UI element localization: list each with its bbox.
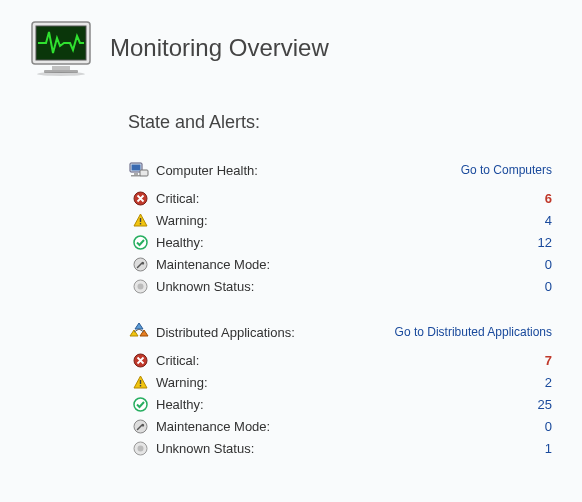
row-label: Critical: xyxy=(156,353,472,368)
page-title: Monitoring Overview xyxy=(110,34,329,62)
svg-rect-13 xyxy=(139,223,140,225)
group-label: Computer Health: xyxy=(156,163,461,178)
row-critical: Critical: 6 xyxy=(128,187,552,209)
warning-icon xyxy=(132,212,148,228)
svg-rect-6 xyxy=(132,165,141,171)
unknown-icon xyxy=(132,440,148,456)
row-value: 2 xyxy=(472,375,552,390)
row-label: Warning: xyxy=(156,213,472,228)
unknown-icon xyxy=(132,278,148,294)
row-value: 25 xyxy=(472,397,552,412)
row-warning: Warning: 4 xyxy=(128,209,552,231)
group-computer-health: Computer Health: Go to Computers Critica… xyxy=(128,159,552,297)
row-label: Unknown Status: xyxy=(156,441,472,456)
wrench-icon xyxy=(132,418,148,434)
group-label: Distributed Applications: xyxy=(156,325,395,340)
row-value: 0 xyxy=(472,419,552,434)
row-maintenance: Maintenance Mode: 0 xyxy=(128,253,552,275)
wrench-icon xyxy=(132,256,148,272)
svg-rect-9 xyxy=(140,170,148,176)
svg-rect-7 xyxy=(134,173,138,175)
row-maintenance: Maintenance Mode: 0 xyxy=(128,415,552,437)
svg-marker-18 xyxy=(135,323,143,329)
healthy-icon xyxy=(132,396,148,412)
row-value: 6 xyxy=(472,191,552,206)
svg-rect-12 xyxy=(139,218,140,222)
row-label: Healthy: xyxy=(156,397,472,412)
row-critical: Critical: 7 xyxy=(128,349,552,371)
row-label: Maintenance Mode: xyxy=(156,257,472,272)
svg-point-4 xyxy=(37,72,85,76)
row-healthy: Healthy: 12 xyxy=(128,231,552,253)
svg-rect-8 xyxy=(131,175,141,177)
row-label: Warning: xyxy=(156,375,472,390)
monitor-heartbeat-icon xyxy=(30,20,92,76)
warning-icon xyxy=(132,374,148,390)
go-to-computers-link[interactable]: Go to Computers xyxy=(461,163,552,177)
svg-point-30 xyxy=(137,445,143,451)
healthy-icon xyxy=(132,234,148,250)
row-warning: Warning: 2 xyxy=(128,371,552,393)
row-value: 1 xyxy=(472,441,552,456)
page-header: Monitoring Overview xyxy=(0,0,582,76)
distributed-apps-icon xyxy=(128,321,150,343)
row-value: 0 xyxy=(472,257,552,272)
svg-rect-26 xyxy=(139,385,140,387)
group-distributed-applications: Distributed Applications: Go to Distribu… xyxy=(128,321,552,459)
svg-rect-25 xyxy=(139,380,140,384)
go-to-distributed-applications-link[interactable]: Go to Distributed Applications xyxy=(395,325,552,339)
row-label: Maintenance Mode: xyxy=(156,419,472,434)
row-label: Healthy: xyxy=(156,235,472,250)
row-value: 7 xyxy=(472,353,552,368)
section-title: State and Alerts: xyxy=(128,112,552,133)
row-label: Critical: xyxy=(156,191,472,206)
critical-icon xyxy=(132,190,148,206)
svg-point-17 xyxy=(137,283,143,289)
critical-icon xyxy=(132,352,148,368)
row-value: 0 xyxy=(472,279,552,294)
row-unknown: Unknown Status: 1 xyxy=(128,437,552,459)
svg-rect-2 xyxy=(52,66,70,70)
computer-icon xyxy=(128,159,150,181)
row-unknown: Unknown Status: 0 xyxy=(128,275,552,297)
row-value: 4 xyxy=(472,213,552,228)
row-label: Unknown Status: xyxy=(156,279,472,294)
row-healthy: Healthy: 25 xyxy=(128,393,552,415)
row-value: 12 xyxy=(472,235,552,250)
